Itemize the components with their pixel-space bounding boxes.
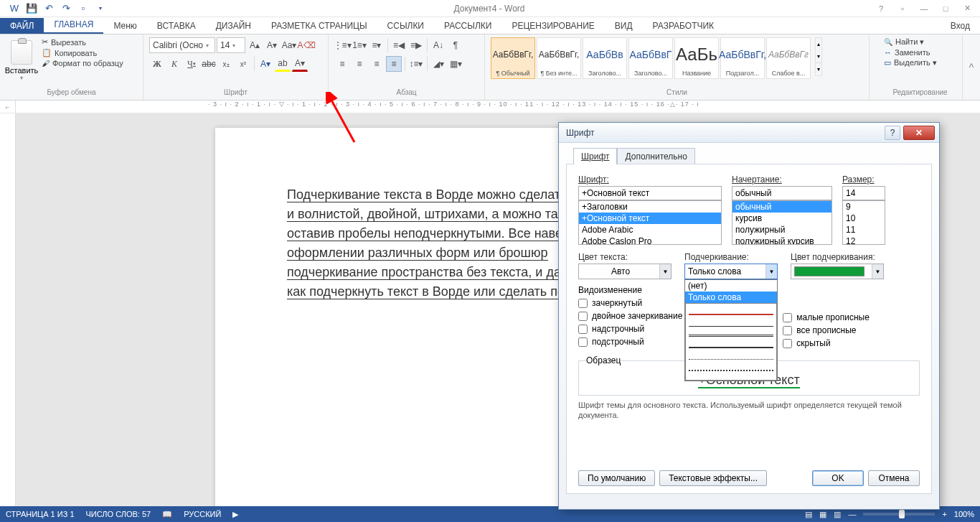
tab-mailings[interactable]: РАССЫЛКИ [434, 18, 501, 34]
format-painter-button[interactable]: Формат по образцу [42, 59, 123, 67]
collapse-ribbon-icon[interactable]: ^ [963, 34, 980, 100]
view-web-icon[interactable]: ▥ [834, 510, 841, 519]
status-lang[interactable]: РУССКИЙ [184, 510, 221, 518]
align-center-icon[interactable]: ≡ [352, 56, 367, 72]
tab-review[interactable]: РЕЦЕНЗИРОВАНИЕ [501, 18, 604, 34]
redo-icon[interactable]: ↷ [59, 1, 73, 16]
grow-font-icon[interactable]: A▴ [247, 37, 263, 53]
borders-icon[interactable]: ▦▾ [448, 56, 463, 72]
undo-icon[interactable]: ↶ [42, 1, 56, 16]
style-title[interactable]: АаБьНазвание [674, 37, 719, 79]
tab-view[interactable]: ВИД [605, 18, 643, 34]
underline-option-thick[interactable] [689, 338, 773, 348]
status-page[interactable]: СТРАНИЦА 1 ИЗ 1 [6, 510, 75, 518]
chk-hidden[interactable]: скрытый [783, 338, 870, 348]
multilevel-icon[interactable]: ≡▾ [369, 37, 385, 53]
strike-button[interactable]: abc [201, 56, 217, 72]
text-effects-button[interactable]: Текстовые эффекты... [659, 470, 767, 486]
underline-color-dropdown[interactable]: ▼ [791, 264, 884, 279]
bullets-icon[interactable]: ⋮≡▾ [334, 37, 350, 53]
dialog-help-icon[interactable]: ? [885, 126, 900, 140]
style-nospace[interactable]: АаБбВвГг,¶ Без инте... [537, 37, 581, 79]
size-listbox[interactable]: 9 10 11 12 14 [842, 200, 885, 245]
paste-button[interactable]: Вставить ▾ [6, 37, 37, 81]
tab-developer[interactable]: РАЗРАБОТЧИК [643, 18, 725, 34]
status-proofing-icon[interactable]: 📖 [162, 510, 172, 519]
style-subtitle[interactable]: АаБбВвГг,Подзагол... [720, 37, 765, 79]
size-input[interactable] [842, 186, 885, 200]
dialog-tab-advanced[interactable]: Дополнительно [617, 148, 694, 164]
signin-link[interactable]: Вход [941, 18, 980, 34]
styles-gallery[interactable]: АаБбВвГг,¶ Обычный АаБбВвГг,¶ Без инте..… [491, 37, 811, 79]
italic-button[interactable]: К [166, 56, 182, 72]
save-icon[interactable]: 💾 [24, 1, 39, 16]
underline-option-single[interactable] [689, 305, 773, 315]
zoom-value[interactable]: 100% [954, 510, 974, 518]
align-right-icon[interactable]: ≡ [369, 56, 385, 72]
tab-design[interactable]: ДИЗАЙН [206, 18, 261, 34]
vertical-ruler[interactable] [0, 113, 16, 506]
view-print-icon[interactable]: ▤ [805, 510, 812, 519]
shrink-font-icon[interactable]: A▾ [264, 37, 280, 53]
font-listbox[interactable]: +Заголовки +Основной текст Adobe Arabic … [578, 200, 722, 245]
highlight-icon[interactable]: ab [275, 56, 291, 72]
status-macro-icon[interactable]: ▶ [232, 510, 238, 519]
minimize-icon[interactable]: — [914, 1, 934, 16]
replace-button[interactable]: Заменить [884, 48, 937, 57]
style-listbox[interactable]: обычный курсив полужирный полужирный кур… [732, 200, 832, 245]
maximize-icon[interactable]: □ [936, 1, 956, 16]
chk-super[interactable]: надстрочный [578, 324, 682, 334]
bold-button[interactable]: Ж [149, 56, 165, 72]
justify-icon[interactable]: ≡ [386, 56, 402, 72]
indent-dec-icon[interactable]: ≡◀ [391, 37, 407, 53]
underline-button[interactable]: Ч▾ [184, 56, 199, 72]
dialog-close-icon[interactable]: ✕ [903, 126, 935, 140]
align-left-icon[interactable]: ≡ [334, 56, 350, 72]
ribbon-options-icon[interactable]: ▫ [892, 1, 913, 16]
text-color-dropdown[interactable]: Авто▼ [578, 264, 672, 279]
styles-more-icon[interactable]: ▴▾▾ [815, 37, 822, 76]
cut-button[interactable]: Вырезать [42, 37, 123, 47]
dialog-tab-font[interactable]: Шрифт [573, 148, 617, 164]
qat-more-icon[interactable]: ▾ [93, 1, 108, 16]
superscript-button[interactable]: x² [235, 56, 251, 72]
chk-allcaps[interactable]: все прописные [783, 325, 870, 335]
help-icon[interactable]: ? [871, 1, 891, 16]
new-doc-icon[interactable]: ▫ [76, 1, 90, 16]
indent-inc-icon[interactable]: ≡▶ [408, 37, 424, 53]
style-h1[interactable]: АаБбВвЗаголово... [583, 37, 627, 79]
clear-format-icon[interactable]: A⌫ [298, 37, 314, 53]
zoom-out-icon[interactable]: — [848, 510, 856, 518]
style-normal[interactable]: АаБбВвГг,¶ Обычный [491, 37, 535, 79]
style-input[interactable] [732, 186, 832, 200]
copy-button[interactable]: Копировать [42, 48, 123, 57]
tab-references[interactable]: ССЫЛКИ [377, 18, 434, 34]
zoom-in-icon[interactable]: + [942, 510, 946, 518]
subscript-button[interactable]: x₂ [218, 56, 234, 72]
tab-file[interactable]: ФАЙЛ [0, 18, 44, 34]
default-button[interactable]: По умолчанию [578, 470, 655, 486]
chk-strike[interactable]: зачеркнутый [578, 298, 682, 308]
find-button[interactable]: Найти ▾ [884, 37, 937, 47]
tab-home[interactable]: ГЛАВНАЯ [44, 17, 103, 34]
select-button[interactable]: Выделить ▾ [884, 58, 937, 67]
underline-dropdown[interactable]: Только слова▼ [684, 264, 778, 279]
chk-dstrike[interactable]: двойное зачеркивание [578, 311, 682, 321]
show-marks-icon[interactable]: ¶ [448, 37, 463, 53]
tab-insert[interactable]: ВСТАВКА [147, 18, 206, 34]
ok-button[interactable]: OK [812, 470, 864, 486]
text-effect-icon[interactable]: A▾ [258, 56, 273, 72]
dialog-titlebar[interactable]: Шрифт ? ✕ [559, 123, 939, 143]
change-case-icon[interactable]: Aa▾ [281, 37, 297, 53]
shading-icon[interactable]: ◢▾ [430, 56, 446, 72]
underline-option-dashed[interactable] [689, 373, 773, 381]
view-read-icon[interactable]: ▦ [819, 510, 826, 519]
horizontal-ruler[interactable]: ⌐ · 3 · ı · 2 · ı · 1 · ı · ▽ · ı · 1 · … [0, 101, 980, 113]
status-words[interactable]: ЧИСЛО СЛОВ: 57 [86, 510, 151, 518]
tab-selector-icon[interactable]: ⌐ [0, 101, 16, 113]
chk-smallcaps[interactable]: малые прописные [783, 312, 870, 322]
zoom-slider[interactable] [863, 513, 935, 516]
close-icon[interactable]: ✕ [957, 1, 977, 16]
line-spacing-icon[interactable]: ↕≡▾ [408, 56, 424, 72]
style-h2[interactable]: АаБбВвГЗаголово... [628, 37, 673, 79]
